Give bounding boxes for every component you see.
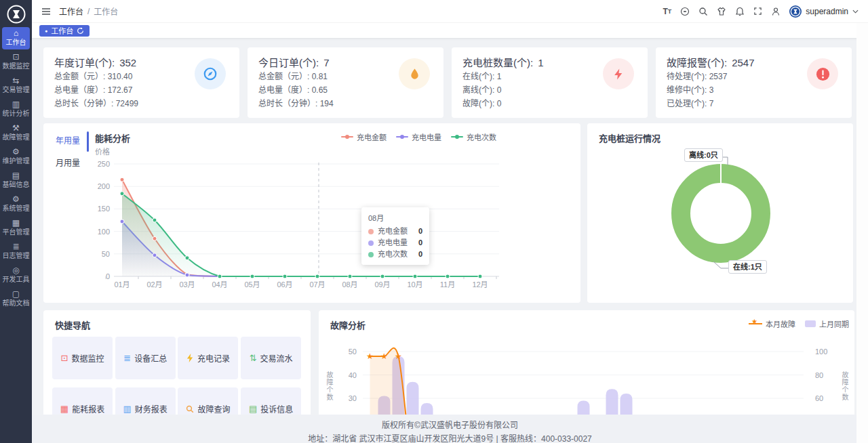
alert-icon [807,58,838,89]
sidebar-item-help-doc[interactable]: ▢帮助文档 [2,288,30,310]
sidebar-item-devtools[interactable]: ◎开发工具 [2,264,30,287]
sidebar-item-wrench[interactable]: ⚒故障管理 [2,122,30,144]
stat-card-metric: 总时长（分钟）: 194 [258,98,433,110]
offline-label: 离线:0只 [684,148,723,162]
finance-icon: ▥ [123,404,132,413]
legend-item[interactable]: 上月同期 [805,318,849,329]
sidebar-item-logs[interactable]: ≣日志管理 [2,240,30,263]
monitor-icon: ⊡ [61,354,68,362]
svg-text:40: 40 [349,371,357,379]
legend-item[interactable]: 充电金额 [341,131,387,142]
sidebar-item-gear[interactable]: ⚙系统管理 [2,193,30,215]
legend-line-dot-icon [451,136,463,138]
svg-text:100: 100 [815,347,827,356]
quick-nav-label: 设备汇总 [134,352,167,364]
info-doc-icon: ▤ [2,171,30,180]
droplet-icon [399,58,430,89]
energy-line-chart[interactable]: 050100150200250价格01月02月03月04月05月06月07月08… [43,123,580,303]
sidebar-item-label: 系统管理 [2,205,30,213]
svg-text:03月: 03月 [179,280,195,289]
svg-text:150: 150 [98,205,110,213]
quick-nav-label: 故障查询 [197,403,230,415]
tab-strip: ● 工作台 [32,23,868,38]
tab-monthly-usage[interactable]: 月用量 [56,156,80,168]
charger-status-panel: 充电桩运行情况 离线:0只 在线:1只 [587,123,853,303]
sidebar-item-label: 平台管理 [2,228,30,236]
font-size-icon[interactable]: TT [663,7,671,16]
quick-nav-label: 投诉信息 [260,403,293,415]
legend-item[interactable]: 充电次数 [451,131,496,142]
quick-nav-label: 财务报表 [135,403,167,415]
sidebar-item-home[interactable]: ⌂工作台 [2,27,30,49]
sidebar-item-platform[interactable]: ▦平台管理 [2,217,30,239]
quick-nav-flow-button[interactable]: ⇅交易流水 [241,337,301,379]
sidebar-item-info-doc[interactable]: ▤基础信息 [2,169,30,192]
help-doc-icon: ▢ [2,290,30,299]
svg-text:06月: 06月 [277,280,292,289]
tab-label: 工作台 [51,25,73,36]
menu-collapse-icon[interactable] [41,7,51,16]
table-icon: ▦ [60,404,68,413]
copyright-text: 版权所有©武汉盛帆电子股份有限公司 [32,419,868,430]
legend-line-dot-icon [396,136,408,138]
sidebar-item-label: 开发工具 [2,276,30,284]
home-icon: ⌂ [2,29,30,38]
sidebar: ⌂工作台⊡数据监控⇆交易管理▥统计分析⚒故障管理⚙维护管理▤基础信息⚙系统管理▦… [0,0,32,443]
avatar [789,5,802,18]
svg-text:50: 50 [349,347,357,356]
breadcrumb-separator: / [87,7,90,16]
panel-title: 故障分析 [330,318,366,331]
notification-icon[interactable] [735,7,745,16]
chevron-down-icon [852,9,859,14]
svg-text:80: 80 [815,371,823,379]
sidebar-item-label: 故障管理 [2,133,30,142]
platform-icon: ▦ [2,219,30,228]
quick-nav-monitor-button[interactable]: ⊡数据监控 [52,337,113,379]
panel-title: 快捷导航 [55,318,90,331]
legend-item[interactable]: 充电电量 [396,131,441,142]
stats-icon: ▥ [2,100,30,109]
sidebar-item-label: 帮助文档 [2,299,30,308]
legend-item[interactable]: ★本月故障 [749,318,795,329]
stat-card-value: 1 [538,57,543,68]
stat-card-metric: 已处理(个): 7 [667,98,841,110]
svg-text:100: 100 [98,228,110,236]
user-menu[interactable]: superadmin [789,5,859,18]
gear-icon: ⚙ [2,195,30,204]
scrollbar-track[interactable] [856,23,868,443]
tab-workbench[interactable]: ● 工作台 [39,25,90,37]
theme-icon[interactable] [717,7,726,16]
stat-card: 充电桩数量(个):1在线(个): 1离线(个): 0故障(个): 0 [452,47,648,118]
legend-label: 充电次数 [467,131,496,142]
tab-yearly-usage[interactable]: 年用量 [56,134,80,146]
wrench-icon: ⚒ [2,124,30,133]
quick-nav-label: 数据监控 [71,352,104,364]
series-dot-icon [368,252,374,257]
svg-text:250: 250 [98,160,110,168]
refresh-icon[interactable] [77,27,84,35]
svg-text:30: 30 [349,394,357,402]
sidebar-item-stats[interactable]: ▥统计分析 [2,98,30,121]
sidebar-item-monitor[interactable]: ⊡数据监控 [2,51,30,73]
exchange-icon: ⇆ [2,77,30,85]
sidebar-item-gears[interactable]: ⚙维护管理 [2,146,30,168]
svg-text:04月: 04月 [212,280,227,289]
guide-icon[interactable] [680,7,690,16]
fullscreen-icon[interactable] [753,7,762,16]
series-dot-icon [368,229,374,234]
sidebar-item-label: 基础信息 [2,181,30,189]
legend-star-line-icon: ★ [749,323,762,324]
panel-title: 能耗分析 [95,131,130,144]
quick-nav-list-button[interactable]: ≣设备汇总 [115,337,176,379]
sidebar-item-label: 维护管理 [2,157,30,165]
chart-tooltip: 08月 充电金额0充电电量0充电次数0 [361,207,429,265]
quick-nav-bolt-button[interactable]: 充电记录 [178,337,238,379]
search-icon[interactable] [698,7,708,16]
user-icon[interactable] [771,7,781,16]
breadcrumb-item[interactable]: 工作台 [59,5,83,17]
svg-text:★: ★ [395,352,402,361]
sidebar-item-exchange[interactable]: ⇆交易管理 [2,75,30,97]
svg-text:01月: 01月 [114,280,130,289]
svg-text:价格: 价格 [95,147,110,156]
svg-text:12月: 12月 [472,280,488,289]
